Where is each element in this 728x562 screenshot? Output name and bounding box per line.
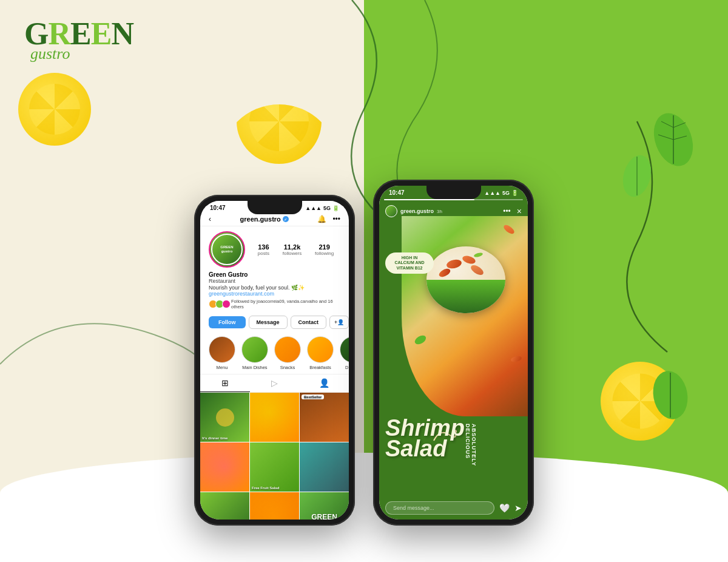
story-progress-fill: [384, 199, 474, 200]
phone-1-status-right: ▲▲▲ 5G 🔋: [305, 205, 339, 211]
username-text: green.gustro: [240, 215, 281, 223]
phones-container: 10:47 ▲▲▲ 5G 🔋 ‹ green.gustro ✓ 🔔 •••: [194, 180, 534, 526]
highlight-breakfasts-label: Breakfasts: [309, 365, 331, 370]
send-story-icon[interactable]: ➤: [514, 503, 522, 513]
story-signal-icon: ▲▲▲: [484, 190, 500, 196]
bio-followed: Followed by joaocorreia09, vanda.carvalh…: [209, 299, 340, 310]
story-header: green.gustro 3h ••• ×: [379, 203, 528, 220]
highlight-main-circle: [241, 336, 268, 363]
stat-following: 219 following: [315, 243, 334, 256]
highlight-menu-circle: [209, 336, 235, 363]
posts-count: 136: [258, 243, 269, 251]
story-status-bar: 10:47 ▲▲▲ 5G 🔋: [379, 186, 528, 197]
story-title-wrapper: ShrimpSalad ABSOLUTELYDELICIOUS: [385, 418, 465, 459]
battery-icon: 🔋: [332, 205, 339, 211]
message-button[interactable]: Message: [249, 316, 288, 329]
story-message-input[interactable]: Send message...: [385, 501, 494, 515]
highlight-main[interactable]: Main Dishes: [241, 336, 268, 370]
grid-item-3[interactable]: BestSeller: [300, 393, 349, 442]
bell-icon[interactable]: 🔔: [317, 215, 326, 223]
story-battery-icon: 🔋: [511, 190, 518, 196]
story-nutrition-badge: HIGH IN CALCIUM AND VITAMIN B12: [385, 252, 434, 274]
story-progress-bar: [384, 199, 523, 200]
grid-item-5[interactable]: Free Fruit Salad: [250, 442, 299, 492]
tab-grid[interactable]: ⊞: [200, 374, 250, 392]
story-badge-text: HIGH IN CALCIUM AND VITAMIN B12: [391, 256, 428, 271]
profile-bio: Green Gustro Restaurant Nourish your bod…: [200, 270, 349, 312]
phone-1: 10:47 ▲▲▲ 5G 🔋 ‹ green.gustro ✓ 🔔 •••: [194, 195, 355, 526]
story-controls: ••• ×: [503, 206, 522, 216]
photo-grid: It's dinner time BestSeller Free Fruit S…: [200, 393, 349, 520]
phone-1-screen: 10:47 ▲▲▲ 5G 🔋 ‹ green.gustro ✓ 🔔 •••: [200, 201, 349, 520]
highlight-dinners[interactable]: Dinners: [340, 336, 349, 370]
lemon-decoration-left: [18, 73, 91, 146]
grid-label-5: Free Fruit Salad: [252, 486, 279, 490]
stat-followers: 11,2k followers: [283, 243, 302, 256]
phone-2-screen: 10:47 ▲▲▲ 5G 🔋 green.gustro: [379, 186, 528, 520]
grid-item-9[interactable]: GREEN: [300, 492, 349, 520]
action-buttons: Follow Message Contact +👤: [200, 312, 349, 333]
add-button[interactable]: +👤: [329, 316, 349, 329]
bio-link[interactable]: greengustrorestaurant.com: [209, 291, 340, 297]
grid-item-6[interactable]: [300, 442, 349, 492]
story-footer: Send message... 🤍 ➤: [379, 496, 528, 520]
lemon-decoration-right: [601, 362, 679, 441]
profile-header: ‹ green.gustro ✓ 🔔 •••: [200, 212, 349, 226]
story-avatar[interactable]: [385, 205, 397, 217]
story-more-icon[interactable]: •••: [503, 207, 511, 215]
highlight-snacks-label: Snacks: [280, 365, 295, 370]
more-icon[interactable]: •••: [332, 215, 340, 223]
highlight-snacks[interactable]: Snacks: [274, 336, 301, 370]
story-user-info: green.gustro 3h: [385, 205, 442, 217]
story-time: 10:47: [389, 189, 405, 196]
story-sub-title: ABSOLUTELYDELICIOUS: [465, 424, 477, 466]
bio-name: Green Gustro: [209, 271, 340, 278]
header-icons: 🔔 •••: [317, 215, 340, 223]
story-status-right: ▲▲▲ 5G 🔋: [484, 190, 518, 196]
story-time-ago: 3h: [437, 209, 442, 214]
highlight-snacks-circle: [274, 336, 301, 363]
brand-logo: GREEN gustro: [24, 18, 133, 63]
story-network: 5G: [502, 190, 510, 196]
stat-posts: 136 posts: [258, 243, 269, 256]
contact-button[interactable]: Contact: [291, 316, 327, 329]
avatar-inner: GREENgustro: [211, 234, 243, 265]
food-background: [402, 216, 528, 416]
highlights: Menu Main Dishes Snacks Breakfasts Dinne…: [200, 333, 349, 374]
following-label: following: [315, 251, 334, 256]
followed-text: Followed by joaocorreia09, vanda.carvalh…: [231, 299, 340, 310]
highlight-breakfasts[interactable]: Breakfasts: [307, 336, 334, 370]
grid-item-1[interactable]: It's dinner time: [200, 393, 249, 442]
phone-1-network: 5G: [323, 205, 331, 211]
followed-avatars: [209, 300, 229, 308]
follow-button[interactable]: Follow: [209, 316, 246, 328]
phone-2: 10:47 ▲▲▲ 5G 🔋 green.gustro: [373, 180, 534, 526]
profile-stats-row: GREENgustro 136 posts 11,2k followers 21…: [200, 226, 349, 270]
story-close-icon[interactable]: ×: [517, 206, 522, 216]
highlight-main-label: Main Dishes: [242, 365, 267, 370]
highlight-dinners-label: Dinners: [345, 365, 349, 370]
story-title-area: ShrimpSalad ABSOLUTELYDELICIOUS: [385, 418, 465, 459]
story-username: green.gustro: [400, 208, 434, 214]
profile-username-header: green.gustro ✓: [240, 215, 289, 223]
followers-label: followers: [283, 251, 302, 256]
story-screen: 10:47 ▲▲▲ 5G 🔋 green.gustro: [379, 186, 528, 520]
story-main-title: ShrimpSalad: [385, 418, 465, 459]
phone-1-time: 10:47: [210, 205, 226, 211]
bio-text: Nourish your body, fuel your soul. 🌿✨: [209, 285, 340, 291]
back-icon[interactable]: ‹: [209, 215, 211, 223]
grid-label-3: BestSeller: [302, 394, 324, 399]
grid-item-2[interactable]: [250, 393, 299, 442]
grid-label-1: It's dinner time: [202, 436, 228, 440]
content-tab-bar: ⊞ ▷ 👤: [200, 374, 349, 393]
grid-item-7[interactable]: Perfect Breakfast: [200, 492, 249, 520]
highlight-menu[interactable]: Menu: [209, 336, 235, 370]
heart-story-icon[interactable]: 🤍: [499, 503, 510, 513]
grid-item-4[interactable]: [200, 442, 249, 492]
tab-reels[interactable]: ▷: [250, 374, 300, 392]
profile-avatar: GREENgustro: [209, 231, 245, 268]
grid-item-8[interactable]: [250, 492, 299, 520]
tab-tagged[interactable]: 👤: [299, 374, 349, 392]
phone-1-notch: [248, 201, 302, 214]
story-food-area: [402, 216, 528, 416]
